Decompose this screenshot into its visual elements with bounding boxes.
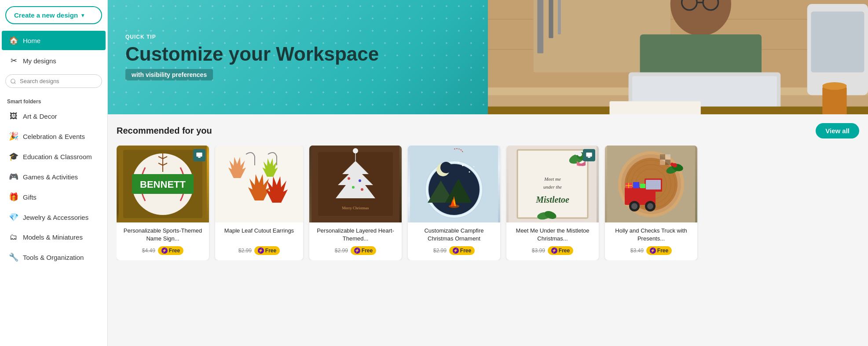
svg-text:Mistletoe: Mistletoe — [535, 195, 569, 204]
svg-rect-98 — [633, 182, 639, 188]
celebration-icon: 🎉 — [9, 131, 18, 141]
svg-point-49 — [348, 177, 350, 180]
sidebar-item-jewelry-accessories[interactable]: 💎 Jewelry & Accessories — [2, 208, 106, 227]
sidebar-item-celebration-events[interactable]: 🎉 Celebration & Events — [2, 127, 106, 146]
free-icon-christmas: ⚡ — [354, 248, 360, 254]
free-badge-truck: ⚡ Free — [646, 246, 672, 255]
sidebar-item-art-decor[interactable]: 🖼 Art & Decor — [2, 107, 106, 126]
old-price-campfire: $2.99 — [433, 248, 447, 254]
free-badge-campfire: ⚡ Free — [449, 246, 475, 255]
svg-point-50 — [359, 179, 361, 182]
card-campfire-ornament[interactable]: Customizable Campfire Christmas Ornament… — [408, 146, 500, 260]
svg-text:BENNETT: BENNETT — [140, 179, 186, 190]
card-sports-sign[interactable]: BENNETT Personalizable Sports-Themed Nam… — [117, 146, 209, 260]
chevron-down-icon: ▾ — [81, 12, 84, 18]
card-title-mistletoe: Meet Me Under the Mistletoe Christmas... — [511, 227, 594, 243]
svg-rect-27 — [196, 153, 202, 157]
free-icon-sports: ⚡ — [161, 248, 168, 254]
free-label-mistletoe: Free — [559, 248, 570, 254]
free-label-truck: Free — [657, 248, 668, 254]
svg-rect-107 — [665, 154, 670, 160]
svg-point-60 — [462, 164, 464, 166]
svg-point-63 — [458, 162, 459, 163]
svg-rect-9 — [558, 0, 561, 34]
card-title-christmas: Personalizable Layered Heart-Themed... — [314, 227, 397, 243]
svg-point-52 — [361, 188, 363, 191]
games-icon: 🎮 — [9, 172, 18, 182]
svg-text:Meet me: Meet me — [544, 176, 561, 182]
card-price-sports: $4.49 ⚡ Free — [121, 246, 205, 255]
view-all-button[interactable]: View all — [816, 123, 859, 138]
card-badge-mistletoe — [583, 149, 595, 161]
card-price-christmas: $2.99 ⚡ Free — [314, 246, 397, 255]
sidebar-item-my-designs[interactable]: ✂ My designs — [2, 51, 106, 70]
svg-rect-71 — [588, 157, 590, 158]
sidebar-item-models-miniatures[interactable]: 🗂 Models & Miniatures — [2, 228, 106, 247]
free-badge-mistletoe: ⚡ Free — [548, 246, 573, 255]
jewelry-icon: 💎 — [9, 212, 18, 222]
art-decor-icon: 🖼 — [9, 112, 18, 121]
svg-point-61 — [469, 171, 470, 173]
svg-rect-99 — [640, 184, 645, 188]
section-title: Recommended for you — [117, 126, 212, 136]
banner-photo — [488, 0, 868, 114]
card-christmas-heart[interactable]: Merry Christmas Personalizable Layered H… — [309, 146, 402, 260]
banner: QUICK TIP Customize your Workspace with … — [108, 0, 868, 114]
svg-text:Merry Christmas: Merry Christmas — [342, 206, 369, 210]
svg-rect-28 — [198, 157, 200, 158]
gifts-icon: 🎁 — [9, 192, 18, 202]
banner-subtitle: with visibility preferences — [125, 69, 213, 80]
svg-point-59 — [440, 162, 452, 173]
free-label-campfire: Free — [460, 248, 471, 254]
recommended-section: Recommended for you View all — [108, 114, 868, 269]
svg-point-51 — [352, 186, 355, 189]
sidebar-item-education-classroom[interactable]: 🎓 Education & Classroom — [2, 147, 106, 166]
banner-title: Customize your Workspace — [125, 44, 379, 65]
sidebar-models-label: Models & Miniatures — [23, 233, 83, 241]
card-mistletoe[interactable]: Meet me under the Mistletoe Meet Me Unde… — [506, 146, 599, 260]
sidebar-gifts-label: Gifts — [23, 193, 37, 201]
card-body-sports: Personalizable Sports-Themed Name Sign..… — [117, 222, 209, 260]
svg-rect-22 — [811, 11, 864, 72]
svg-rect-8 — [549, 0, 553, 38]
card-title-truck: Holly and Checks Truck with Presents... — [609, 227, 693, 243]
svg-rect-26 — [609, 101, 700, 114]
free-icon-truck: ⚡ — [650, 248, 656, 254]
old-price-mistletoe: $3.99 — [532, 248, 545, 254]
card-holly-truck[interactable]: Holly and Checks Truck with Presents... … — [605, 146, 697, 260]
models-icon: 🗂 — [9, 233, 18, 242]
sidebar-item-home[interactable]: 🏠 Home — [2, 31, 106, 50]
svg-point-25 — [822, 82, 846, 90]
tools-icon: 🔧 — [9, 252, 18, 262]
section-header: Recommended for you View all — [117, 123, 859, 138]
free-label-christmas: Free — [362, 248, 373, 254]
education-icon: 🎓 — [9, 152, 18, 161]
old-price-sports: $4.49 — [142, 248, 155, 254]
svg-point-62 — [473, 166, 474, 167]
card-body-truck: Holly and Checks Truck with Presents... … — [605, 222, 697, 260]
card-body-campfire: Customizable Campfire Christmas Ornament… — [408, 222, 500, 260]
sidebar: Create a new design ▾ 🏠 Home ✂ My design… — [0, 0, 108, 346]
svg-point-96 — [647, 203, 653, 209]
svg-rect-24 — [822, 86, 846, 114]
free-label-sports: Free — [169, 248, 180, 254]
card-price-maple: $2.99 ⚡ Free — [220, 246, 299, 255]
free-icon-maple: ⚡ — [258, 248, 264, 254]
old-price-truck: $3.49 — [630, 248, 644, 254]
card-image-campfire — [408, 146, 500, 222]
search-input[interactable] — [5, 74, 102, 88]
free-icon-mistletoe: ⚡ — [551, 248, 557, 254]
sidebar-celebration-label: Celebration & Events — [23, 133, 85, 140]
svg-rect-108 — [660, 160, 665, 165]
sidebar-item-games-activities[interactable]: 🎮 Games & Activities — [2, 167, 106, 186]
card-maple-earrings[interactable]: Maple Leaf Cutout Earrings $2.99 ⚡ Free — [215, 146, 303, 260]
create-new-design-button[interactable]: Create a new design ▾ — [5, 6, 102, 24]
sidebar-home-label: Home — [23, 37, 40, 44]
card-image-maple — [215, 146, 303, 222]
svg-point-94 — [631, 203, 637, 209]
cards-row: BENNETT Personalizable Sports-Themed Nam… — [117, 146, 859, 260]
sidebar-item-tools-organization[interactable]: 🔧 Tools & Organization — [2, 248, 106, 267]
sidebar-jewelry-label: Jewelry & Accessories — [23, 214, 88, 221]
sidebar-item-gifts[interactable]: 🎁 Gifts — [2, 187, 106, 207]
card-badge-sports — [193, 149, 205, 161]
